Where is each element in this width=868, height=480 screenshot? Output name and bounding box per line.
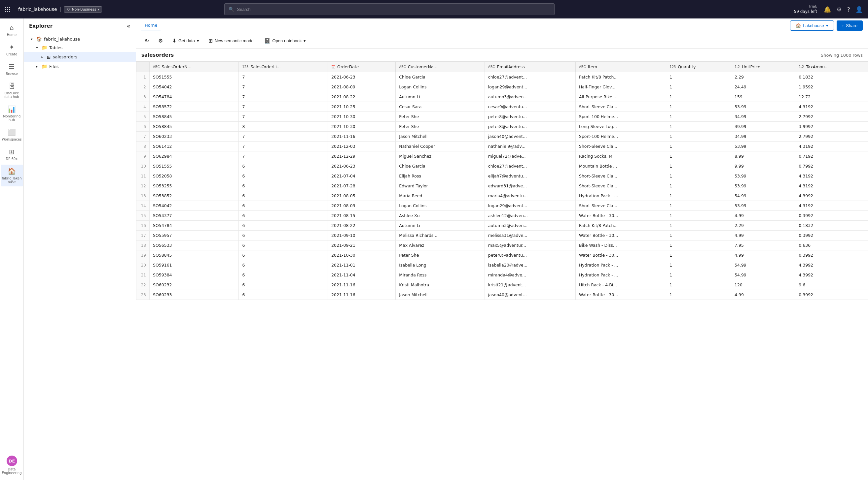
main-content: Home 🏠 Lakehouse ▾ ↑ Share ↻ ⚙ xyxy=(136,19,868,480)
table-cell: miguel72@adve... xyxy=(485,151,576,161)
explorer-header: Explorer « xyxy=(24,19,136,33)
account-icon[interactable]: 👤 xyxy=(856,6,863,13)
table-row: 1SO5155572021-06-23Chloe Garciachloe27@a… xyxy=(136,72,868,82)
sidebar-item-workspaces[interactable]: ⬜ Workspaces xyxy=(1,126,23,144)
sidebar-item-monitoring[interactable]: 📊 Monitoring hub xyxy=(1,103,23,124)
files-folder-icon: 📁 xyxy=(42,64,47,69)
table-cell: 1 xyxy=(666,151,731,161)
monitoring-icon: 📊 xyxy=(8,105,16,113)
table-cell: melissa31@adve... xyxy=(485,231,576,240)
table-cell: 6 xyxy=(239,290,328,300)
table-cell: Kristi Malhotra xyxy=(396,280,485,290)
table-cell: 7 xyxy=(239,82,328,92)
table-cell: logan29@advent... xyxy=(485,201,576,211)
row-number: 6 xyxy=(136,122,150,132)
settings-icon[interactable]: ⚙ xyxy=(836,6,842,13)
tree-item-root[interactable]: ▾ 🏠 fabric_lakehouse xyxy=(24,35,136,43)
sidebar-label-home: Home xyxy=(7,33,17,37)
table-cell: Elijah Ross xyxy=(396,171,485,181)
tree-item-files[interactable]: ▸ 📁 Files xyxy=(24,62,136,71)
table-cell: SO54784 xyxy=(150,92,239,102)
sidebar-label-create: Create xyxy=(6,53,17,56)
table-cell: Max Alvarez xyxy=(396,240,485,250)
col-header-item: ABCItem xyxy=(576,62,666,72)
table-cell: 0.1832 xyxy=(795,72,868,82)
table-cell: 2021-10-25 xyxy=(328,102,396,112)
data-table-container[interactable]: ABCSalesOrderN... 123SalesOrderLi... 📅Or… xyxy=(136,61,868,480)
refresh-button[interactable]: ↻ xyxy=(142,36,152,46)
table-row: 13SO5385262021-08-05Maria Reedmaria4@adv… xyxy=(136,191,868,201)
table-row: 3SO5478472021-08-22Autumn Liautumn3@adve… xyxy=(136,92,868,102)
table-cell: 4.3192 xyxy=(795,141,868,151)
table-cell: nathaniel9@adv... xyxy=(485,141,576,151)
table-cell: 2021-08-05 xyxy=(328,191,396,201)
table-cell: Short-Sleeve Cla... xyxy=(576,141,666,151)
table-cell: Half-Finger Glov... xyxy=(576,82,666,92)
table-row: 6SO5884582021-10-30Peter Shepeter8@adven… xyxy=(136,122,868,132)
search-input[interactable] xyxy=(237,7,550,12)
row-number: 10 xyxy=(136,161,150,171)
workspaces-icon: ⬜ xyxy=(8,128,16,136)
sidebar-label-dp60x: DP-60x xyxy=(6,157,18,161)
table-cell: 1 xyxy=(666,290,731,300)
get-data-button[interactable]: ⬇ Get data ▾ xyxy=(169,36,203,46)
table-row: 18SO5653362021-09-21Max Alvarezmax5@adve… xyxy=(136,240,868,250)
tree-item-salesorders[interactable]: ▸ ⊞ salesorders ⋯ xyxy=(24,52,136,62)
table-cell: 54.99 xyxy=(731,270,795,280)
lakehouse-icon: 🏠 xyxy=(796,23,801,28)
collapse-icon[interactable]: « xyxy=(126,23,130,29)
table-cell: maria4@adventu... xyxy=(485,191,576,201)
sidebar-label-workspaces: Workspaces xyxy=(2,138,22,141)
apps-grid-icon[interactable] xyxy=(5,7,10,12)
notification-icon[interactable]: 🔔 xyxy=(824,6,831,13)
sidebar-label-fabric: fabric_lakeh ouse xyxy=(2,176,22,184)
settings-button[interactable]: ⚙ xyxy=(155,36,166,46)
new-semantic-model-button[interactable]: ⊞ New semantic model xyxy=(205,36,258,46)
tab-home[interactable]: Home xyxy=(142,21,160,30)
sidebar-item-home[interactable]: ⌂ Home xyxy=(1,21,23,39)
get-data-icon: ⬇ xyxy=(172,38,176,44)
table-cell: 1 xyxy=(666,82,731,92)
tree-item-tables[interactable]: ▾ 📁 Tables xyxy=(24,43,136,52)
row-number: 16 xyxy=(136,221,150,231)
col-header-salesordernumber: ABCSalesOrderN... xyxy=(150,62,239,72)
table-cell: Chloe Garcia xyxy=(396,72,485,82)
table-cell: SO53255 xyxy=(150,181,239,191)
table-cell: chloe27@advent... xyxy=(485,72,576,82)
data-table: ABCSalesOrderN... 123SalesOrderLi... 📅Or… xyxy=(136,61,868,300)
sidebar-item-onelake[interactable]: 🗄 OneLake data hub xyxy=(1,79,23,101)
table-cell: 1 xyxy=(666,72,731,82)
table-cell: 6 xyxy=(239,231,328,240)
table-cell: Racing Socks, M xyxy=(576,151,666,161)
sidebar-label-data-eng: Data Engineering xyxy=(2,468,22,475)
gear-icon: ⚙ xyxy=(158,38,163,44)
search-bar[interactable]: 🔍 xyxy=(224,3,555,15)
table-cell: 24.49 xyxy=(731,82,795,92)
col-header-salesorderline: 123SalesOrderLi... xyxy=(239,62,328,72)
chevron-down-icon: ▾ xyxy=(29,37,34,41)
table-cell: Peter She xyxy=(396,250,485,260)
table-cell: 1 xyxy=(666,250,731,260)
table-cell: Miguel Sanchez xyxy=(396,151,485,161)
sidebar-item-fabric-lakehouse[interactable]: 🏠 fabric_lakeh ouse xyxy=(1,165,23,186)
sidebar-item-browse[interactable]: ☰ Browse xyxy=(1,60,23,78)
table-cell: 7 xyxy=(239,112,328,122)
help-icon[interactable]: ? xyxy=(847,6,850,13)
row-number: 18 xyxy=(136,240,150,250)
table-cell: 9.6 xyxy=(795,280,868,290)
open-notebook-button[interactable]: 📓 Open notebook ▾ xyxy=(260,36,309,46)
notebook-icon: 📓 xyxy=(264,38,271,44)
table-cell: 34.99 xyxy=(731,112,795,122)
share-button[interactable]: ↑ Share xyxy=(837,21,863,31)
sidebar-item-dp60x[interactable]: ⊞ DP-60x xyxy=(1,145,23,163)
table-cell: Edward Taylor xyxy=(396,181,485,191)
lakehouse-button[interactable]: 🏠 Lakehouse ▾ xyxy=(790,21,834,31)
share-icon: ↑ xyxy=(842,23,844,28)
sidebar-item-create[interactable]: ✦ Create xyxy=(1,41,23,59)
table-cell: Jason Mitchell xyxy=(396,132,485,141)
sensitivity-badge[interactable]: 🛡 Non-Business ▾ xyxy=(64,6,102,12)
table-cell: 2021-10-30 xyxy=(328,250,396,260)
table-row: 2SO5404272021-08-09Logan Collinslogan29@… xyxy=(136,82,868,92)
table-cell: 4.3192 xyxy=(795,201,868,211)
sidebar-item-data-engineering[interactable]: DE Data Engineering xyxy=(1,453,23,477)
